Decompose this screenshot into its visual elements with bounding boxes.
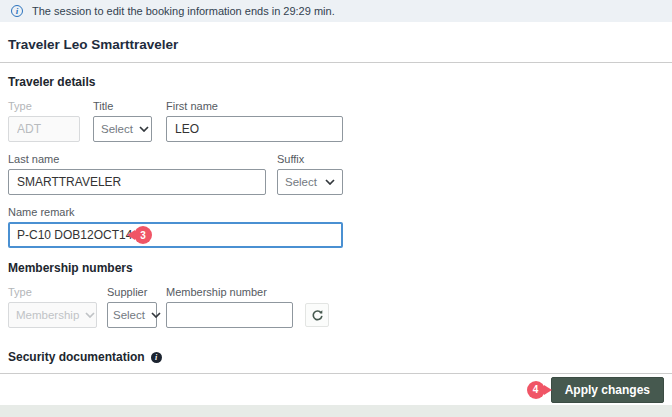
suffix-select-value: Select: [285, 176, 317, 188]
info-icon: i: [11, 5, 23, 17]
refresh-icon: [311, 309, 324, 322]
apply-changes-button[interactable]: Apply changes: [551, 377, 664, 403]
first-name-input[interactable]: [166, 116, 343, 142]
type-label: Type: [8, 100, 80, 112]
last-name-input[interactable]: [8, 169, 266, 195]
heading-divider: [0, 62, 672, 63]
title-field: Title Select: [93, 100, 152, 142]
title-select[interactable]: Select: [93, 116, 152, 142]
supplier-field: Supplier Select: [107, 286, 157, 328]
annotation-badge-4: 4: [527, 381, 545, 399]
membership-number-field: Membership number: [166, 286, 293, 328]
chevron-down-icon: [151, 312, 161, 318]
annotation-badge-3-number: 3: [140, 230, 146, 241]
membership-type-select: Membership: [8, 302, 97, 328]
title-label: Title: [93, 100, 152, 112]
title-select-value: Select: [101, 123, 133, 135]
type-input: [8, 116, 80, 142]
supplier-select[interactable]: Select: [107, 302, 157, 328]
suffix-field: Suffix Select: [277, 153, 343, 195]
supplier-label: Supplier: [107, 286, 157, 298]
membership-type-select-value: Membership: [16, 309, 79, 321]
suffix-select[interactable]: Select: [277, 169, 343, 195]
session-banner: i The session to edit the booking inform…: [0, 0, 672, 22]
supplier-select-value: Select: [113, 309, 145, 321]
traveler-row-2: Last name Suffix Select: [8, 153, 664, 195]
traveler-edit-form: Traveler Leo Smarttraveler Traveler deta…: [0, 37, 672, 395]
bottom-strip: [0, 405, 672, 417]
membership-type-label: Type: [8, 286, 97, 298]
membership-heading: Membership numbers: [8, 261, 664, 275]
security-documentation-line: Security documentation i: [8, 350, 664, 364]
membership-number-label: Membership number: [166, 286, 293, 298]
membership-row: Type Membership Supplier Select Membersh…: [8, 286, 664, 328]
page-title: Traveler Leo Smarttraveler: [8, 37, 664, 52]
session-message: The session to edit the booking informat…: [32, 5, 335, 17]
refresh-button[interactable]: [305, 303, 329, 327]
membership-number-input[interactable]: [166, 302, 293, 328]
traveler-row-3: Name remark 3: [8, 206, 664, 248]
footer-action-bar: 4 Apply changes: [0, 373, 672, 405]
traveler-row-1: Type Title Select First name: [8, 100, 664, 142]
last-name-field: Last name: [8, 153, 266, 195]
last-name-label: Last name: [8, 153, 266, 165]
name-remark-label: Name remark: [8, 206, 343, 218]
annotation-badge-4-number: 4: [533, 384, 539, 395]
chevron-down-icon: [139, 126, 149, 132]
chevron-down-icon: [325, 179, 335, 185]
first-name-field: First name: [166, 100, 343, 142]
annotation-badge-3: 3: [134, 226, 152, 244]
type-field: Type: [8, 100, 80, 142]
name-remark-field: Name remark 3: [8, 206, 343, 248]
suffix-label: Suffix: [277, 153, 343, 165]
chevron-down-icon: [85, 312, 95, 318]
name-remark-input[interactable]: [8, 222, 343, 248]
membership-type-field: Type Membership: [8, 286, 97, 328]
traveler-details-heading: Traveler details: [8, 75, 664, 89]
first-name-label: First name: [166, 100, 343, 112]
info-icon[interactable]: i: [151, 352, 162, 363]
security-heading: Security documentation: [8, 350, 145, 364]
